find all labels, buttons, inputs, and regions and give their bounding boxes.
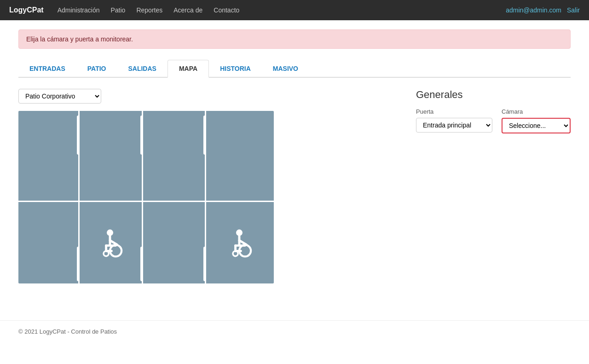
tabs: ENTRADAS PATIO SALIDAS MAPA HISTORIA MAS… bbox=[18, 60, 571, 78]
tab-salidas[interactable]: SALIDAS bbox=[117, 60, 167, 78]
camara-select[interactable]: Seleccione... bbox=[502, 118, 571, 133]
puerta-select[interactable]: Entrada principal bbox=[416, 118, 492, 133]
nav-reportes[interactable]: Reportes bbox=[136, 6, 162, 14]
alert-banner: Elija la cámara y puerta a monitorear. bbox=[18, 29, 571, 49]
wheelchair-spot-1 bbox=[78, 202, 142, 283]
svg-point-7 bbox=[104, 251, 109, 256]
footer-text: © 2021 LogyCPat - Control de Patios bbox=[18, 328, 117, 335]
barrier-t1 bbox=[77, 116, 80, 155]
patio-select[interactable]: Patio Corporativo bbox=[18, 89, 101, 104]
navbar: LogyCPat Administración Patio Reportes A… bbox=[0, 0, 589, 20]
tab-masivo[interactable]: MASIVO bbox=[262, 60, 309, 78]
svg-point-15 bbox=[233, 251, 238, 256]
generales-title: Generales bbox=[416, 89, 571, 101]
right-section: Generales Puerta Entrada principal Cámar… bbox=[416, 89, 571, 283]
tab-historia[interactable]: HISTORIA bbox=[209, 60, 262, 78]
left-section: Patio Corporativo bbox=[18, 89, 398, 283]
nav-acerca-de[interactable]: Acerca de bbox=[173, 6, 202, 14]
barrier-t3 bbox=[203, 116, 206, 155]
tab-entradas[interactable]: ENTRADAS bbox=[18, 60, 76, 78]
barrier-t2 bbox=[140, 116, 143, 155]
footer: © 2021 LogyCPat - Control de Patios bbox=[0, 320, 589, 342]
navbar-salir[interactable]: Salir bbox=[567, 6, 580, 14]
tab-patio[interactable]: PATIO bbox=[76, 60, 117, 78]
alert-message: Elija la cámara y puerta a monitorear. bbox=[26, 35, 133, 43]
wheelchair-spot-2 bbox=[205, 202, 274, 283]
tab-mapa[interactable]: MAPA bbox=[167, 60, 209, 78]
nav-administracion[interactable]: Administración bbox=[58, 6, 100, 14]
content-area: Patio Corporativo bbox=[18, 89, 571, 283]
parking-map bbox=[18, 111, 274, 283]
camara-group: Cámara Seleccione... bbox=[502, 108, 571, 133]
puerta-label: Puerta bbox=[416, 108, 492, 115]
navbar-links: Administración Patio Reportes Acerca de … bbox=[58, 6, 506, 14]
wheelchair-icon-1 bbox=[94, 227, 126, 259]
navbar-brand: LogyCPat bbox=[9, 6, 44, 14]
nav-patio[interactable]: Patio bbox=[111, 6, 126, 14]
generales-form: Puerta Entrada principal Cámara Seleccio… bbox=[416, 108, 571, 133]
puerta-group: Puerta Entrada principal bbox=[416, 108, 492, 133]
navbar-right: admin@admin.com Salir bbox=[506, 6, 580, 14]
navbar-email: admin@admin.com bbox=[506, 6, 561, 14]
main-content: Elija la cámara y puerta a monitorear. E… bbox=[0, 20, 589, 293]
camara-label: Cámara bbox=[502, 108, 571, 115]
nav-contacto[interactable]: Contacto bbox=[214, 6, 239, 14]
wheelchair-icon-2 bbox=[223, 227, 255, 259]
